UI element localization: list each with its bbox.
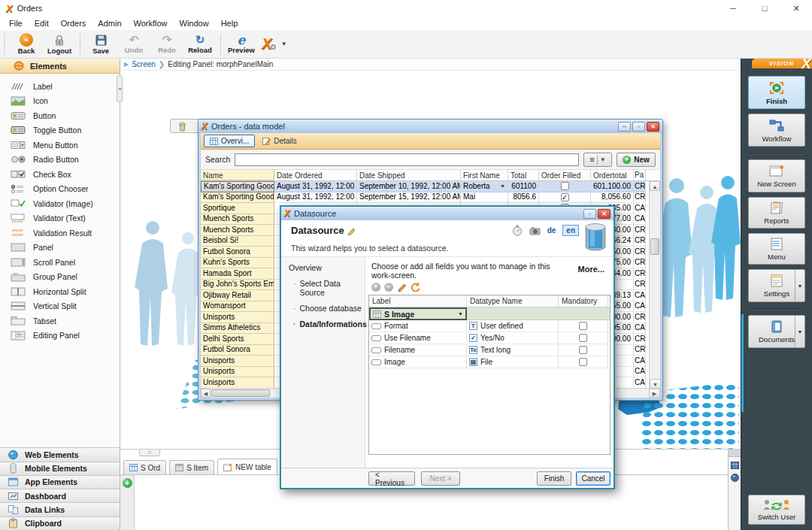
cell-name[interactable]: Hamada Sport bbox=[201, 268, 274, 280]
scroll-left-icon[interactable]: ◀ bbox=[201, 389, 211, 398]
cell-name[interactable]: Delhi Sports bbox=[201, 334, 274, 345]
cell-pa[interactable]: CAS bbox=[634, 214, 646, 226]
element-group-panel[interactable]: Group Panel bbox=[0, 270, 120, 285]
new-screen-button[interactable]: New Screen bbox=[748, 159, 805, 192]
dialog-maximize-button[interactable]: ▫ bbox=[583, 209, 596, 219]
logout-button[interactable]: Logout bbox=[43, 32, 76, 57]
cell-name[interactable]: Muench Sports bbox=[201, 225, 274, 236]
cell-first-name[interactable]: Roberta▼ bbox=[461, 181, 508, 192]
cell-ordertotal[interactable]: 8,056.60 bbox=[591, 192, 634, 204]
edit-field-pencil-icon[interactable] bbox=[397, 282, 407, 292]
tab-details[interactable]: Details bbox=[257, 135, 302, 147]
field-row[interactable]: Use Filename ✓Yes/No bbox=[369, 332, 610, 344]
dialog-close-button[interactable]: ✕ bbox=[598, 209, 611, 219]
element-toggle-button[interactable]: Toggle Button bbox=[0, 123, 120, 138]
column-header[interactable]: Total bbox=[508, 170, 539, 180]
scroll-right-icon[interactable]: ▶ bbox=[649, 389, 660, 398]
tab-new-table[interactable]: NEW table bbox=[217, 459, 277, 474]
finish-button[interactable]: Finish bbox=[537, 471, 571, 486]
section-web-elements[interactable]: Web Elements bbox=[0, 447, 120, 461]
add-field-button[interactable]: + bbox=[371, 283, 380, 292]
cell-name[interactable]: Womansport bbox=[201, 301, 274, 313]
elements-header[interactable]: Elements bbox=[0, 59, 120, 74]
element-check-box[interactable]: Check Box bbox=[0, 167, 120, 182]
column-header[interactable]: Date Shipped bbox=[357, 170, 461, 180]
next-button[interactable]: Next > bbox=[421, 471, 460, 486]
column-header[interactable]: First Name bbox=[461, 170, 508, 180]
wizard-step[interactable]: · Select Data Source bbox=[289, 279, 365, 297]
section-dashboard[interactable]: Dashboard bbox=[0, 489, 120, 502]
cell-total[interactable]: 601100 bbox=[508, 181, 539, 192]
window-close-button[interactable]: ✕ bbox=[647, 122, 659, 132]
cell-pa[interactable]: CAS bbox=[634, 203, 646, 214]
cell-name[interactable]: Muench Sports bbox=[201, 214, 274, 226]
menu-item[interactable]: Help bbox=[215, 17, 244, 30]
edit-pencil-icon[interactable] bbox=[347, 226, 356, 235]
column-header[interactable]: Date Ordered bbox=[274, 170, 357, 180]
cell-total[interactable]: 8056.6 bbox=[508, 192, 539, 204]
sidebar-collapse-handle[interactable]: ◂ bbox=[117, 75, 123, 102]
cell-pa[interactable]: CAS bbox=[634, 367, 646, 378]
element-icon[interactable]: Icon bbox=[0, 94, 120, 109]
column-header[interactable]: Pa bbox=[634, 170, 646, 180]
cell-pa[interactable]: CAS bbox=[634, 301, 646, 313]
switch-user-button[interactable]: Switch User bbox=[748, 495, 805, 525]
cell-name[interactable]: Futbol Sonora bbox=[201, 247, 274, 258]
tab-overview[interactable]: Overvi... bbox=[204, 135, 255, 147]
combo-arrow-icon[interactable]: ▼ bbox=[458, 311, 463, 316]
window-minimize-button[interactable]: ─ bbox=[618, 122, 631, 132]
element-label[interactable]: Label bbox=[0, 79, 120, 94]
cell-name[interactable]: Unisports bbox=[201, 312, 274, 323]
mandatory-checkbox[interactable] bbox=[579, 322, 587, 330]
cell-name[interactable]: Simms Atheletics bbox=[201, 323, 274, 335]
scrollbar-thumb[interactable] bbox=[211, 389, 270, 397]
cell-name[interactable]: Ojibway Retail bbox=[201, 290, 274, 301]
mandatory-checkbox[interactable] bbox=[579, 346, 587, 354]
field-row[interactable]: Image ▤File bbox=[369, 356, 610, 368]
combo-arrow-icon[interactable]: ▼ bbox=[500, 181, 505, 192]
element-option-chooser[interactable]: Option Chooser bbox=[0, 182, 120, 197]
order-filled-checkbox[interactable] bbox=[561, 193, 569, 201]
cell-name[interactable]: Unisports bbox=[201, 367, 274, 378]
table-menu-button[interactable]: ≡ ▼ bbox=[583, 153, 612, 167]
element-panel[interactable]: Panel bbox=[0, 241, 120, 256]
cell-pa[interactable]: CRI bbox=[634, 312, 646, 323]
trash-icon[interactable] bbox=[177, 121, 187, 132]
preview-button[interactable]: e Preview bbox=[225, 32, 258, 57]
menu-item[interactable]: File bbox=[3, 17, 29, 30]
wizard-overview-label[interactable]: Overview bbox=[289, 263, 365, 272]
menu-item[interactable]: Window bbox=[174, 17, 215, 30]
close-button[interactable]: ✕ bbox=[780, 0, 812, 17]
menu-item[interactable]: Orders bbox=[55, 17, 92, 30]
back-button[interactable]: « Back bbox=[10, 32, 43, 57]
mandatory-checkbox[interactable] bbox=[579, 334, 587, 342]
lang-en-button[interactable]: en bbox=[562, 225, 579, 236]
order-filled-checkbox[interactable] bbox=[561, 182, 569, 190]
scroll-down-icon[interactable]: ▼ bbox=[650, 379, 660, 389]
cell-pa[interactable]: CAS bbox=[634, 290, 646, 301]
element-menu-button[interactable]: Menu Button bbox=[0, 138, 120, 153]
cell-pa[interactable]: CAS bbox=[634, 323, 646, 335]
wizard-step[interactable]: · Data/Informations bbox=[289, 320, 365, 329]
section-data-links[interactable]: Data Links bbox=[0, 502, 120, 516]
maximize-button[interactable]: □ bbox=[749, 0, 780, 17]
visionx-menu-button[interactable]: X ▼ bbox=[258, 32, 291, 57]
breadcrumb-root[interactable]: Screen bbox=[132, 60, 156, 68]
table-row-selected[interactable]: Kam's Sporting Goods▼ August 31, 1992, 1… bbox=[201, 181, 660, 192]
toolbar-grip[interactable] bbox=[3, 33, 7, 56]
lang-de-button[interactable]: de bbox=[547, 226, 556, 235]
element-vertical-split[interactable]: Vertical Split bbox=[0, 299, 120, 314]
cell-pa[interactable]: CRI bbox=[634, 247, 646, 258]
vertical-scrollbar[interactable]: ▲ ▼ bbox=[649, 181, 660, 389]
cell-pa[interactable]: CRI bbox=[634, 268, 646, 280]
cell-date-shipped[interactable]: September 10, 1992, 12:00 AM▼ bbox=[357, 181, 461, 192]
section-app-elements[interactable]: App Elements bbox=[0, 475, 120, 489]
window-maximize-button[interactable]: ▫ bbox=[632, 122, 645, 132]
element-validation-result[interactable]: Validation Result bbox=[0, 226, 120, 241]
finish-panel-button[interactable]: Finish bbox=[748, 76, 805, 109]
element-scroll-panel[interactable]: Scroll Panel bbox=[0, 255, 120, 270]
element-validator-text[interactable]: Validator (Text) bbox=[0, 211, 120, 226]
table-panel-icon[interactable] bbox=[731, 462, 739, 469]
save-button[interactable]: Save bbox=[84, 32, 117, 57]
element-button[interactable]: Button bbox=[0, 108, 120, 123]
